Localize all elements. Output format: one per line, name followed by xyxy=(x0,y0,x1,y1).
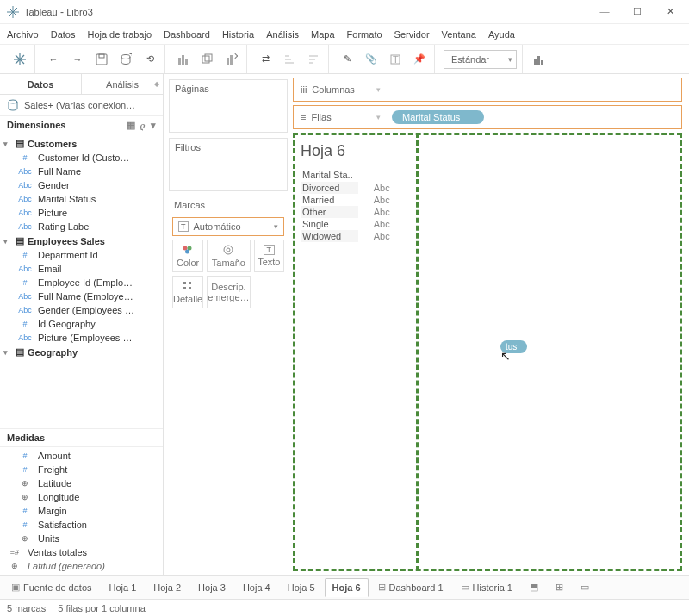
table-row[interactable]: SingleAbc xyxy=(301,218,395,230)
worksheet-canvas[interactable]: Hoja 6 Marital Sta.. DivorcedAbc Married… xyxy=(293,133,682,571)
pin-button[interactable]: 📌 xyxy=(410,50,429,69)
marks-type-select[interactable]: T Automático xyxy=(172,217,284,236)
sort-asc-button[interactable] xyxy=(280,50,299,69)
folder-icon: ▤ xyxy=(16,235,24,246)
sheet-title[interactable]: Hoja 6 xyxy=(301,142,673,160)
new-story-button[interactable]: ▭ xyxy=(573,577,597,597)
mark-color[interactable]: Color xyxy=(172,240,203,272)
group-button[interactable]: 📎 xyxy=(362,50,381,69)
new-sheet-icon: ⬒ xyxy=(530,582,538,593)
filters-card[interactable]: Filtros xyxy=(169,138,288,191)
menu-formato[interactable]: Formato xyxy=(347,29,382,40)
mark-detail[interactable]: Detalle xyxy=(172,276,203,308)
find-icon[interactable]: 𝜌 xyxy=(140,120,146,131)
close-button[interactable]: ✕ xyxy=(661,6,679,17)
svg-rect-30 xyxy=(541,60,543,65)
tab-dashboard1[interactable]: ⊞Dashboard 1 xyxy=(370,577,451,597)
mark-text[interactable]: TTexto xyxy=(254,240,284,272)
table-row[interactable]: WidowedAbc xyxy=(301,230,395,242)
forward-button[interactable]: → xyxy=(68,50,87,69)
table-row[interactable]: OtherAbc xyxy=(301,206,395,218)
columns-shelf[interactable]: iiiColumnas xyxy=(293,78,682,102)
menu-analisis[interactable]: Análisis xyxy=(266,29,299,40)
maximize-button[interactable]: ☐ xyxy=(629,6,646,17)
field-picture[interactable]: AbcPicture xyxy=(0,206,163,220)
new-datasource-button[interactable]: + xyxy=(116,50,135,69)
mark-tooltip[interactable]: Descrip. emerge… xyxy=(207,276,250,308)
duplicate-button[interactable] xyxy=(198,50,217,69)
field-gender[interactable]: AbcGender xyxy=(0,178,163,192)
refresh-button[interactable]: ⟲ xyxy=(140,50,159,69)
highlight-button[interactable]: ✎ xyxy=(338,50,357,69)
tab-historia1[interactable]: ▭Historia 1 xyxy=(453,577,520,597)
back-button[interactable]: ← xyxy=(44,50,63,69)
pages-card[interactable]: Páginas xyxy=(169,79,288,133)
measure-latitude[interactable]: ⊕Latitude xyxy=(0,476,163,490)
measure-ventas-totales[interactable]: =#Ventas totales xyxy=(0,545,163,559)
group-employees-sales[interactable]: ▾▤Employees Sales xyxy=(0,233,163,248)
dropdown-icon[interactable]: ▾ xyxy=(151,120,156,131)
svg-rect-15 xyxy=(202,56,209,63)
menu-mapa[interactable]: Mapa xyxy=(311,29,335,40)
datasource-row[interactable]: Sales+ (Varias conexion… xyxy=(0,95,163,115)
field-customer-id[interactable]: #Customer Id (Custo… xyxy=(0,151,163,165)
measure-freight[interactable]: #Freight xyxy=(0,463,163,476)
save-button[interactable] xyxy=(92,50,111,69)
tab-hoja4[interactable]: Hoja 4 xyxy=(235,578,278,597)
rows-icon: ≡ xyxy=(301,112,306,122)
group-geography[interactable]: ▾▤Geography xyxy=(0,345,163,359)
field-department-id[interactable]: #Department Id xyxy=(0,248,163,262)
view-as-icon[interactable]: ▦ xyxy=(127,120,135,131)
table-row[interactable]: DivorcedAbc xyxy=(301,182,395,194)
menu-hoja[interactable]: Hoja de trabajo xyxy=(87,29,152,40)
tab-analisis[interactable]: Análisis xyxy=(81,74,163,94)
clear-button[interactable]: ✕ xyxy=(222,50,241,69)
dimensions-tree: ▾▤Customers #Customer Id (Custo… AbcFull… xyxy=(0,134,163,428)
new-sheet-button[interactable] xyxy=(174,50,193,69)
totals-button[interactable]: T xyxy=(386,50,405,69)
sort-desc-button[interactable] xyxy=(304,50,323,69)
field-email[interactable]: AbcEmail xyxy=(0,262,163,276)
menu-ayuda[interactable]: Ayuda xyxy=(488,29,515,40)
tableau-icon[interactable] xyxy=(10,50,29,69)
menu-datos[interactable]: Datos xyxy=(51,29,76,40)
fit-select[interactable]: Estándar xyxy=(444,50,517,69)
tab-datos[interactable]: Datos xyxy=(0,74,81,94)
new-worksheet-button[interactable]: ⬒ xyxy=(522,577,546,597)
tab-hoja6[interactable]: Hoja 6 xyxy=(325,578,369,597)
tab-hoja2[interactable]: Hoja 2 xyxy=(146,578,189,597)
tab-hoja1[interactable]: Hoja 1 xyxy=(102,578,145,597)
measure-satisfaction[interactable]: #Satisfaction xyxy=(0,518,163,532)
swap-button[interactable]: ⇄ xyxy=(256,50,275,69)
new-dashboard-button[interactable]: ⊞ xyxy=(548,577,571,597)
field-employee-id[interactable]: #Employee Id (Emplo… xyxy=(0,276,163,289)
mark-size[interactable]: Tamaño xyxy=(207,240,250,272)
group-customers[interactable]: ▾▤Customers xyxy=(0,136,163,151)
menu-dashboard[interactable]: Dashboard xyxy=(164,29,210,40)
field-id-geography[interactable]: #Id Geography xyxy=(0,317,163,331)
measure-latitud-gen[interactable]: ⊕Latitud (generado) xyxy=(0,559,163,573)
field-marital-status[interactable]: AbcMarital Status xyxy=(0,192,163,206)
tab-datasource[interactable]: ▣Fuente de datos xyxy=(3,577,100,597)
field-gender-emp[interactable]: AbcGender (Employees … xyxy=(0,303,163,317)
menu-historia[interactable]: Historia xyxy=(222,29,254,40)
field-picture-emp[interactable]: AbcPicture (Employees … xyxy=(0,331,163,345)
tab-hoja5[interactable]: Hoja 5 xyxy=(280,578,323,597)
pill-marital-status[interactable]: Marital Status xyxy=(392,110,484,124)
field-full-name-emp[interactable]: AbcFull Name (Employe… xyxy=(0,289,163,303)
menu-ventana[interactable]: Ventana xyxy=(442,29,476,40)
minimize-button[interactable]: — xyxy=(596,6,613,17)
measure-margin[interactable]: #Margin xyxy=(0,504,163,518)
rows-shelf[interactable]: ≡Filas Marital Status xyxy=(293,105,682,129)
field-rating-label[interactable]: AbcRating Label xyxy=(0,220,163,233)
measure-longitude[interactable]: ⊕Longitude xyxy=(0,490,163,504)
measure-units[interactable]: ⊕Units xyxy=(0,532,163,545)
measure-amount[interactable]: #Amount xyxy=(0,449,163,463)
field-full-name[interactable]: AbcFull Name xyxy=(0,165,163,178)
menu-servidor[interactable]: Servidor xyxy=(394,29,430,40)
table-row[interactable]: MarriedAbc xyxy=(301,194,395,206)
showme-button[interactable] xyxy=(531,50,550,69)
menu-archivo[interactable]: Archivo xyxy=(7,29,39,40)
tab-hoja3[interactable]: Hoja 3 xyxy=(190,578,233,597)
column-header[interactable]: Marital Sta.. xyxy=(301,169,358,182)
